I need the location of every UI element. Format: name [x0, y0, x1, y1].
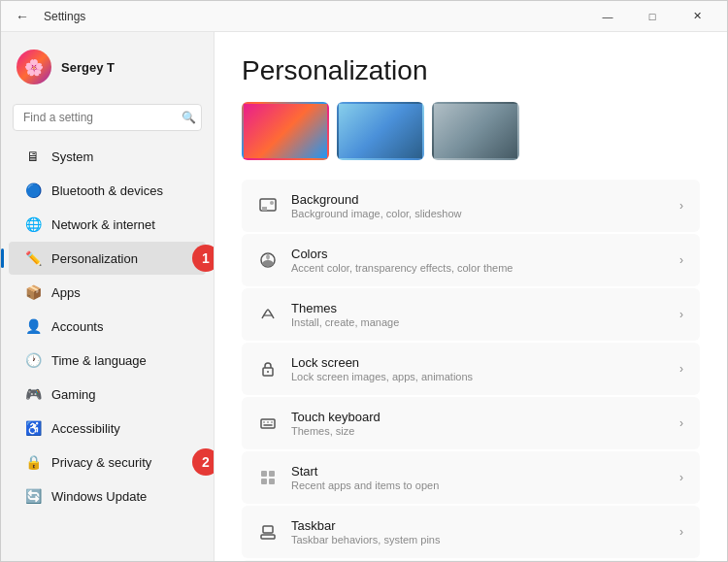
sidebar-item-label: Privacy & security — [51, 455, 151, 470]
svg-rect-1 — [262, 207, 267, 211]
lockscreen-desc: Lock screen images, apps, animations — [291, 371, 666, 382]
sidebar-item-update[interactable]: 🔄 Windows Update — [9, 479, 206, 512]
touchkeyboard-text: Touch keyboard Themes, size — [291, 410, 666, 437]
themes-label: Themes — [291, 301, 666, 315]
minimize-button[interactable]: — — [585, 1, 630, 32]
search-icon[interactable]: 🔍 — [182, 111, 196, 124]
settings-item-fonts[interactable]: Aa Fonts Install, manage › — [242, 560, 700, 561]
settings-window: ← Settings — □ ✕ 🌸 Sergey T 🔍 — [0, 0, 728, 562]
time-icon: 🕐 — [24, 351, 42, 369]
colors-icon — [258, 250, 278, 270]
background-desc: Background image, color, slideshow — [291, 208, 666, 219]
title-bar: ← Settings — □ ✕ — [1, 1, 727, 32]
search-input[interactable] — [13, 104, 202, 131]
chevron-icon: › — [679, 362, 683, 376]
theme-preview-1[interactable] — [242, 102, 329, 160]
chevron-icon: › — [679, 416, 683, 430]
chevron-icon: › — [679, 308, 683, 321]
bluetooth-icon: 🔵 — [24, 182, 42, 199]
background-icon — [258, 196, 278, 215]
theme-preview-3[interactable] — [432, 102, 519, 160]
svg-rect-12 — [261, 471, 267, 477]
close-button[interactable]: ✕ — [675, 1, 719, 32]
sidebar-nav: 🖥 System 🔵 Bluetooth & devices 🌐 Network… — [1, 139, 214, 553]
settings-item-background[interactable]: Background Background image, color, slid… — [242, 180, 700, 232]
sidebar-item-apps[interactable]: 📦 Apps — [9, 276, 206, 309]
sidebar-user: 🌸 Sergey T — [1, 40, 214, 100]
taskbar-desc: Taskbar behaviors, system pins — [291, 534, 666, 545]
lockscreen-text: Lock screen Lock screen images, apps, an… — [291, 355, 666, 382]
background-label: Background — [291, 192, 666, 207]
sidebar-item-accounts[interactable]: 👤 Accounts — [9, 310, 206, 343]
colors-text: Colors Accent color, transparency effect… — [291, 247, 666, 274]
settings-item-start[interactable]: Start Recent apps and items to open › — [242, 451, 700, 504]
avatar: 🌸 — [17, 50, 51, 84]
settings-item-themes[interactable]: Themes Install, create, manage › — [242, 288, 700, 341]
settings-item-touchkeyboard[interactable]: Touch keyboard Themes, size › — [242, 397, 700, 449]
sidebar-item-network[interactable]: 🌐 Network & internet — [9, 208, 206, 241]
themes-desc: Install, create, manage — [291, 316, 666, 328]
sidebar-item-time[interactable]: 🕐 Time & language — [9, 344, 206, 377]
sidebar-item-label: Apps — [51, 285, 81, 300]
sidebar-item-label: Bluetooth & devices — [51, 183, 163, 198]
chevron-icon: › — [679, 253, 683, 267]
sidebar: 🌸 Sergey T 🔍 🖥 System 🔵 — [1, 32, 215, 561]
sidebar-item-label: Network & internet — [51, 217, 155, 232]
chevron-icon: › — [679, 471, 683, 484]
svg-point-2 — [270, 201, 274, 205]
background-text: Background Background image, color, slid… — [291, 192, 666, 219]
sidebar-item-gaming[interactable]: 🎮 Gaming — [9, 378, 206, 411]
settings-item-colors[interactable]: Colors Accent color, transparency effect… — [242, 234, 700, 286]
sidebar-item-bluetooth[interactable]: 🔵 Bluetooth & devices — [9, 174, 206, 207]
title-bar-controls: — □ ✕ — [585, 1, 719, 32]
main-content: 🌸 Sergey T 🔍 🖥 System 🔵 — [1, 32, 727, 561]
colors-desc: Accent color, transparency effects, colo… — [291, 262, 666, 274]
svg-point-6 — [267, 371, 269, 373]
system-icon: 🖥 — [24, 148, 42, 165]
window-title: Settings — [44, 10, 85, 23]
back-button[interactable]: ← — [9, 1, 36, 32]
sidebar-item-label: Windows Update — [51, 489, 147, 504]
sidebar-item-label: Accessibility — [51, 421, 120, 436]
sidebar-item-accessibility[interactable]: ♿ Accessibility — [9, 412, 206, 445]
lockscreen-label: Lock screen — [291, 355, 666, 370]
svg-rect-14 — [261, 479, 267, 484]
sidebar-item-system[interactable]: 🖥 System — [9, 140, 206, 173]
personalization-icon: ✏️ — [24, 249, 42, 267]
svg-rect-15 — [269, 479, 275, 484]
svg-rect-17 — [263, 526, 273, 533]
settings-item-lockscreen[interactable]: Lock screen Lock screen images, apps, an… — [242, 343, 700, 395]
update-icon: 🔄 — [24, 487, 42, 505]
gaming-icon: 🎮 — [24, 385, 42, 403]
touchkeyboard-icon — [258, 413, 278, 433]
lockscreen-icon — [258, 359, 278, 379]
apps-icon: 📦 — [24, 283, 42, 301]
taskbar-label: Taskbar — [291, 518, 666, 533]
title-bar-left: ← Settings — [9, 1, 85, 32]
svg-rect-7 — [261, 419, 275, 428]
content-panel: Personalization Background Background im… — [215, 32, 727, 561]
colors-label: Colors — [291, 247, 666, 261]
sidebar-item-label: Time & language — [51, 353, 147, 368]
theme-previews — [242, 102, 700, 160]
start-icon — [258, 468, 278, 487]
search-box: 🔍 — [13, 104, 202, 131]
maximize-button[interactable]: □ — [630, 1, 675, 32]
chevron-icon: › — [679, 199, 683, 213]
user-name: Sergey T — [61, 60, 115, 75]
sidebar-item-privacy[interactable]: 🔒 Privacy & security — [9, 446, 206, 479]
chevron-icon: › — [679, 525, 683, 539]
sidebar-item-personalization[interactable]: ✏️ Personalization — [9, 242, 206, 275]
theme-preview-2[interactable] — [337, 102, 424, 160]
network-icon: 🌐 — [24, 215, 42, 233]
sidebar-item-label: Personalization — [51, 251, 138, 266]
svg-rect-13 — [269, 471, 275, 477]
settings-item-taskbar[interactable]: Taskbar Taskbar behaviors, system pins › — [242, 506, 700, 558]
start-desc: Recent apps and items to open — [291, 479, 666, 491]
touchkeyboard-desc: Themes, size — [291, 425, 666, 437]
privacy-icon: 🔒 — [24, 453, 42, 471]
svg-rect-16 — [261, 535, 275, 539]
themes-icon — [258, 305, 278, 324]
taskbar-text: Taskbar Taskbar behaviors, system pins — [291, 518, 666, 545]
sidebar-item-label: Gaming — [51, 387, 96, 402]
